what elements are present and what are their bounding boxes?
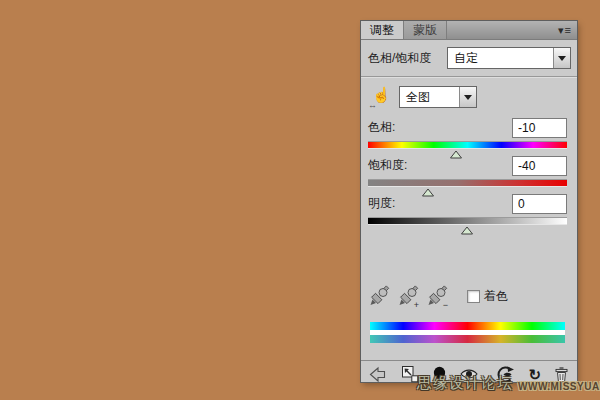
channel-dropdown-value: 全图 bbox=[400, 89, 459, 106]
tab-adjustments-label: 调整 bbox=[370, 22, 394, 39]
return-to-list-arrow-icon[interactable] bbox=[369, 366, 388, 383]
watermark-url: WWW.MISSYUAN.COM bbox=[518, 381, 600, 393]
panel-tabbar: 调整 蒙版 ▾ ≡ bbox=[361, 21, 577, 40]
panel-content: 色相/饱和度 自定 ☝ ↔ 全图 色相: bbox=[361, 46, 577, 387]
eyedropper-minus-icon[interactable]: − bbox=[426, 284, 448, 308]
eyedropper-plus-icon[interactable]: + bbox=[397, 284, 419, 308]
lightness-slider-track[interactable] bbox=[368, 217, 567, 225]
channel-dropdown[interactable]: 全图 bbox=[399, 86, 477, 108]
hue-value-input[interactable] bbox=[512, 118, 567, 138]
panel-menu-icon[interactable]: ▾ ≡ bbox=[552, 21, 577, 39]
preset-dropdown[interactable]: 自定 bbox=[447, 47, 571, 69]
menu-bars-icon: ≡ bbox=[565, 25, 571, 36]
spectrum-adjusted-bar bbox=[370, 335, 565, 343]
watermark: 思缘设计论坛 WWW.MISSYUAN.COM bbox=[417, 374, 600, 393]
hue-slider-group: 色相: bbox=[368, 117, 567, 149]
tab-adjustments[interactable]: 调整 bbox=[361, 21, 404, 39]
lightness-label: 明度: bbox=[368, 195, 395, 212]
lightness-value-input[interactable] bbox=[512, 194, 567, 214]
saturation-slider-track[interactable] bbox=[368, 179, 567, 187]
channel-row: ☝ ↔ 全图 bbox=[368, 85, 571, 109]
eyedropper-icon[interactable] bbox=[368, 284, 390, 308]
chevron-down-icon[interactable] bbox=[553, 48, 570, 68]
saturation-slider-marker[interactable] bbox=[421, 188, 434, 197]
tab-masks-label: 蒙版 bbox=[413, 22, 437, 39]
adjustment-title: 色相/饱和度 bbox=[368, 50, 447, 67]
lightness-slider-marker[interactable] bbox=[460, 226, 473, 235]
lightness-slider-group: 明度: bbox=[368, 193, 567, 225]
spectrum-preview bbox=[370, 322, 565, 343]
hue-slider-track[interactable] bbox=[368, 141, 567, 149]
hue-label: 色相: bbox=[368, 119, 395, 136]
saturation-value-input[interactable] bbox=[512, 156, 567, 176]
colorize-checkbox[interactable] bbox=[467, 290, 480, 303]
tab-masks[interactable]: 蒙版 bbox=[404, 21, 447, 39]
colorize-label: 着色 bbox=[484, 288, 508, 305]
preset-row: 色相/饱和度 自定 bbox=[368, 46, 571, 70]
preset-dropdown-value: 自定 bbox=[448, 50, 553, 67]
saturation-label: 饱和度: bbox=[368, 157, 407, 174]
watermark-chinese: 思缘设计论坛 bbox=[417, 374, 513, 393]
adjustments-panel: 调整 蒙版 ▾ ≡ 色相/饱和度 自定 ☝ ↔ 全图 bbox=[361, 21, 577, 382]
saturation-slider-group: 饱和度: bbox=[368, 155, 567, 187]
targeted-adjustment-tool-icon[interactable]: ☝ ↔ bbox=[368, 85, 390, 109]
menu-triangle-icon: ▾ bbox=[558, 25, 564, 36]
eyedropper-row: + − 着色 bbox=[368, 284, 571, 308]
hue-slider-marker[interactable] bbox=[449, 150, 462, 159]
spectrum-original-bar bbox=[370, 322, 565, 330]
divider bbox=[361, 76, 577, 78]
chevron-down-icon[interactable] bbox=[459, 87, 476, 107]
